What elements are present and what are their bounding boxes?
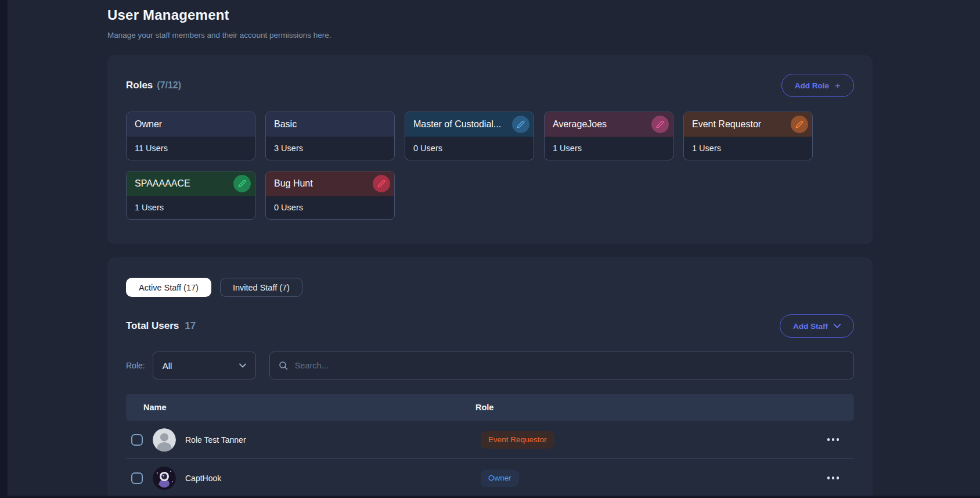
staff-tabs: Active Staff (17) Invited Staff (7) — [126, 278, 854, 297]
person-placeholder-avatar — [153, 428, 176, 452]
role-card-name: Master of Custodial... — [413, 119, 501, 130]
role-card[interactable]: Bug Hunt 0 Users — [265, 171, 395, 220]
add-role-button[interactable]: Add Role + — [781, 74, 854, 97]
staff-table: Name Role Role Test Tanner Event Request… — [126, 394, 854, 496]
role-card-header: Basic — [266, 112, 394, 137]
role-card-header: Event Requestor — [684, 112, 812, 137]
role-card-users: 0 Users — [266, 196, 394, 218]
pencil-icon — [517, 120, 525, 128]
role-card[interactable]: Owner 11 Users — [126, 112, 255, 160]
tab-invited-staff[interactable]: Invited Staff (7) — [220, 278, 302, 297]
plus-icon: + — [835, 81, 841, 91]
table-header: Name Role — [126, 394, 854, 421]
search-icon — [279, 361, 288, 370]
roles-panel: Roles(7/12) Add Role + Owner 11 Users Ba… — [107, 55, 873, 244]
page-subtitle: Manage your staff members and their acco… — [107, 31, 873, 40]
edit-role-button[interactable] — [651, 116, 669, 133]
role-card-header: SPAAAAACE — [127, 171, 255, 196]
add-staff-button[interactable]: Add Staff — [780, 314, 854, 338]
edit-role-button[interactable] — [233, 175, 251, 192]
role-filter-select[interactable]: All — [153, 352, 256, 379]
total-users-label: Total Users — [126, 320, 179, 331]
staff-name: CaptHook — [185, 474, 221, 483]
pencil-icon — [377, 180, 385, 188]
role-card[interactable]: AverageJoes 1 Users — [544, 112, 673, 160]
role-card-header: Owner — [127, 112, 255, 137]
role-card-users: 1 Users — [127, 196, 255, 218]
page-content: User Management Manage your staff member… — [8, 0, 980, 496]
row-actions-menu[interactable] — [826, 435, 841, 445]
role-card-users: 1 Users — [545, 137, 673, 159]
avatar — [153, 428, 176, 452]
add-staff-label: Add Staff — [793, 322, 828, 331]
search-box — [269, 352, 854, 379]
table-body: Role Test Tanner Event Requestor CaptHoo — [126, 421, 854, 496]
role-cards-grid: Owner 11 Users Basic 3 Users Master of C… — [126, 112, 854, 220]
roles-heading: Roles(7/12) — [126, 80, 181, 91]
role-badge: Owner — [481, 470, 519, 487]
edit-role-button[interactable] — [791, 116, 808, 133]
role-card-name: SPAAAAACE — [135, 178, 190, 189]
column-header-name: Name — [126, 403, 475, 412]
search-input[interactable] — [294, 360, 845, 371]
total-users: Total Users17 — [126, 320, 196, 332]
roles-heading-label: Roles — [126, 80, 153, 91]
total-users-value: 17 — [185, 320, 196, 331]
role-card[interactable]: Basic 3 Users — [265, 112, 395, 160]
role-card-users: 0 Users — [405, 137, 534, 159]
role-card-name: Owner — [135, 119, 162, 130]
role-filter-value: All — [163, 361, 172, 371]
row-checkbox[interactable] — [131, 434, 143, 446]
staff-panel: Active Staff (17) Invited Staff (7) Tota… — [107, 257, 873, 496]
pencil-icon — [656, 120, 664, 128]
role-card-header: Master of Custodial... — [405, 112, 534, 137]
tab-active-staff[interactable]: Active Staff (17) — [126, 278, 211, 297]
role-card-users: 11 Users — [127, 137, 255, 159]
row-checkbox[interactable] — [131, 472, 143, 484]
role-card-users: 3 Users — [266, 137, 394, 159]
page-title: User Management — [107, 0, 873, 23]
edit-role-button[interactable] — [512, 116, 529, 133]
role-card-name: Event Requestor — [692, 119, 761, 130]
table-row: CaptHook Owner — [126, 459, 854, 496]
avatar — [153, 467, 176, 490]
role-card[interactable]: Master of Custodial... 0 Users — [405, 112, 534, 160]
role-card-users: 1 Users — [684, 137, 812, 159]
pencil-icon — [238, 180, 246, 188]
role-badge: Event Requestor — [481, 431, 554, 449]
role-card[interactable]: SPAAAAACE 1 Users — [126, 171, 255, 220]
role-filter-label: Role: — [126, 361, 145, 370]
row-actions-menu[interactable] — [826, 473, 841, 483]
column-header-role: Role — [475, 403, 854, 412]
edit-role-button[interactable] — [373, 175, 390, 192]
chevron-down-icon — [239, 363, 246, 368]
astronaut-avatar — [153, 467, 176, 490]
table-row: Role Test Tanner Event Requestor — [126, 421, 854, 459]
roles-count: (7/12) — [157, 80, 181, 90]
pencil-icon — [795, 120, 804, 128]
role-card[interactable]: Event Requestor 1 Users — [683, 112, 813, 160]
role-card-name: Bug Hunt — [274, 178, 313, 189]
add-role-label: Add Role — [795, 81, 829, 90]
role-card-name: Basic — [274, 119, 297, 130]
role-card-header: AverageJoes — [545, 112, 673, 137]
role-card-name: AverageJoes — [553, 119, 607, 130]
role-card-header: Bug Hunt — [266, 171, 394, 196]
staff-name: Role Test Tanner — [185, 435, 246, 445]
chevron-down-icon — [834, 324, 841, 328]
